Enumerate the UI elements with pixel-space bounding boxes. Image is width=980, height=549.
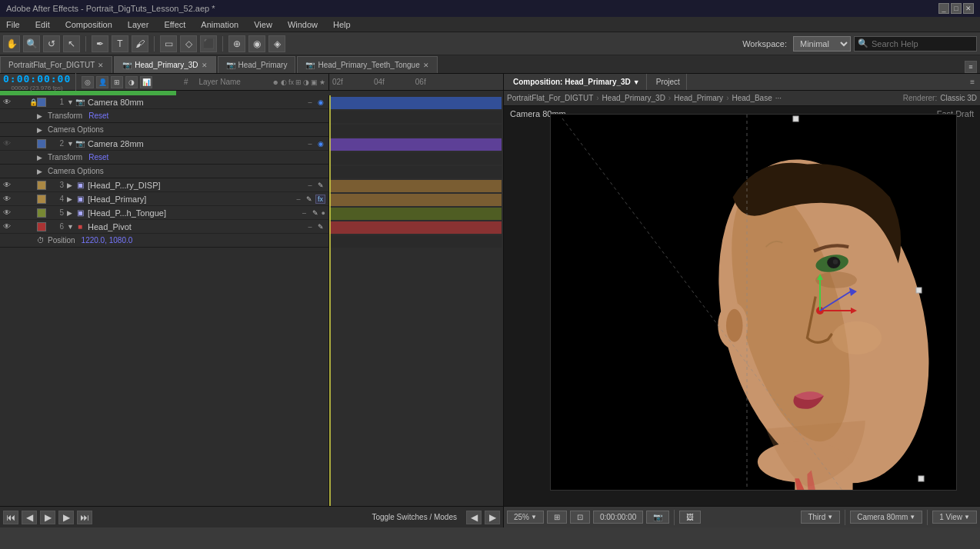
- pixel-aspect-button[interactable]: ⊡: [570, 511, 590, 524]
- bread-portraitflat[interactable]: PortraitFlat_For_DIGTUT: [507, 94, 593, 102]
- views-btn[interactable]: 1 View ▼: [932, 511, 977, 524]
- layer-6-eye[interactable]: 👁: [2, 221, 12, 232]
- tab-head-primary[interactable]: 📷 Head_Primary: [218, 56, 296, 73]
- layer-2-camera-expand[interactable]: ▶: [37, 168, 45, 175]
- show-snapshot-btn[interactable]: 🖼: [679, 511, 701, 524]
- tool-rotate[interactable]: ↺: [43, 35, 60, 52]
- end-button[interactable]: ⏭: [77, 511, 92, 524]
- layer-4-ctrl[interactable]: –: [294, 195, 303, 204]
- layer-2-transform-expand[interactable]: ▶: [37, 154, 45, 161]
- maximize-button[interactable]: □: [951, 3, 962, 14]
- tab-portraitflat[interactable]: PortraitFlat_For_DIGTUT ✕: [0, 56, 112, 73]
- layer-1-lock[interactable]: 🔒: [29, 98, 37, 106]
- timecode-viewer-btn[interactable]: 0:00:00:00: [593, 511, 643, 524]
- zoom-control[interactable]: 25% ▼: [507, 511, 544, 524]
- position-stopwatch-icon[interactable]: ⏱: [37, 236, 45, 245]
- bread-head-primary[interactable]: Head_Primary: [674, 94, 723, 102]
- nav-next-btn[interactable]: ▶: [485, 511, 500, 524]
- tab-teeth-tongue[interactable]: 📷 Head_Primary_Teeth_Tongue ✕: [297, 56, 437, 73]
- tool-paint[interactable]: ⬛: [200, 35, 217, 52]
- beginning-button[interactable]: ⏮: [3, 511, 18, 524]
- tool-pen[interactable]: ✒: [92, 35, 108, 52]
- tab-menu-button[interactable]: ≡: [965, 61, 977, 73]
- layer-1-transform-row[interactable]: ▶ Transform Reset: [0, 109, 328, 123]
- layer-1-transform-reset[interactable]: Reset: [88, 111, 108, 120]
- search-input[interactable]: [872, 39, 972, 48]
- layer-5-edit[interactable]: ✎: [311, 208, 320, 218]
- solo-button[interactable]: ◎: [82, 76, 94, 88]
- layer-3-expand[interactable]: ▶: [67, 181, 75, 189]
- snapshot-btn[interactable]: 📷: [646, 511, 669, 524]
- view-mode-btn[interactable]: Third ▼: [801, 511, 840, 524]
- layer-3-eye[interactable]: 👁: [2, 180, 12, 191]
- prev-frame-button[interactable]: ◀: [22, 511, 37, 524]
- nav-prev-btn[interactable]: ◀: [466, 511, 482, 524]
- layer-1-camera-options-row[interactable]: ▶ Camera Options: [0, 123, 328, 137]
- menu-effect[interactable]: Effect: [161, 18, 188, 31]
- layer-2-transform-reset[interactable]: Reset: [88, 153, 108, 161]
- menu-animation[interactable]: Animation: [198, 18, 242, 31]
- layer-2-transform-row[interactable]: ▶ Transform Reset: [0, 151, 328, 165]
- tool-zoom[interactable]: 🔍: [23, 35, 40, 52]
- menu-composition[interactable]: Composition: [62, 18, 115, 31]
- layer-4-eye[interactable]: 👁: [2, 194, 12, 205]
- layer-row-4[interactable]: 👁 4 ▶ ▣ [Head_Primary] – ✎ fx: [0, 192, 328, 206]
- window-controls[interactable]: _ □ ✕: [938, 3, 974, 14]
- menu-view[interactable]: View: [251, 18, 275, 31]
- tool-anchor[interactable]: ◈: [268, 35, 285, 52]
- layer-1-eye[interactable]: 👁: [2, 97, 12, 108]
- layer-1-ctrl-shy[interactable]: –: [305, 98, 315, 107]
- layer-1-camera-expand[interactable]: ▶: [37, 126, 45, 134]
- layer-row-1[interactable]: 👁 🔒 1 ▼ 📷 Camera 80mm – ◉: [0, 95, 328, 109]
- layer-4-edit[interactable]: ✎: [305, 195, 314, 204]
- layer-row-3[interactable]: 👁 3 ▶ ▣ [Head_P...ry_DISP] – ✎: [0, 178, 328, 192]
- tool-shape2[interactable]: ◇: [180, 35, 197, 52]
- toggle-switches-label[interactable]: Toggle Switches / Modes: [372, 513, 457, 521]
- layer-1-expand[interactable]: ▼: [67, 98, 75, 106]
- tab-head-primary-3d-close[interactable]: ✕: [202, 62, 208, 69]
- layer-2-camera-options-row[interactable]: ▶ Camera Options: [0, 165, 328, 178]
- comp-viewer[interactable]: Camera 80mm Fast Draft: [504, 106, 980, 506]
- tab-head-primary-3d[interactable]: 📷 Head_Primary_3D ✕: [114, 56, 215, 73]
- camera-viewer-btn[interactable]: Camera 80mm ▼: [850, 511, 922, 524]
- menu-file[interactable]: File: [3, 18, 23, 31]
- layer-row-2[interactable]: 👁 2 ▼ 📷 Camera 28mm – ◉: [0, 137, 328, 151]
- bread-more[interactable]: ···: [775, 94, 782, 102]
- tool-text[interactable]: T: [112, 35, 128, 52]
- next-frame-button[interactable]: ▶: [58, 511, 74, 524]
- comp-tab-composition[interactable]: Composition: Head_Primary_3D ▼: [507, 74, 647, 90]
- comp-menu-btn[interactable]: ≡: [968, 78, 977, 86]
- tool-brush[interactable]: 🖌: [132, 35, 148, 52]
- layer-6-position-value[interactable]: 1220.0, 1080.0: [82, 236, 133, 245]
- layer-5-eye[interactable]: 👁: [2, 208, 12, 218]
- close-button[interactable]: ✕: [963, 3, 974, 14]
- comp-dropdown-icon[interactable]: ▼: [633, 78, 640, 86]
- timecode-display[interactable]: 0:00:00:00: [3, 73, 71, 85]
- layer-2-expand[interactable]: ▼: [67, 140, 75, 148]
- layer-4-expand[interactable]: ▶: [67, 195, 75, 203]
- minimize-button[interactable]: _: [938, 3, 949, 14]
- tool-camera[interactable]: ◉: [248, 35, 265, 52]
- layer-3-edit[interactable]: ✎: [316, 181, 325, 190]
- tool-hand[interactable]: ✋: [3, 35, 20, 52]
- layer-row-5[interactable]: 👁 5 ▶ ▣ [Head_P...h_Tongue] – ✎ ●: [0, 206, 328, 220]
- fit-button[interactable]: ⊞: [547, 511, 567, 524]
- layer-row-6[interactable]: 👁 6 ▼ ■ Head_Pivot – ✎: [0, 220, 328, 234]
- layer-2-ctrl[interactable]: –: [305, 139, 315, 148]
- bread-head-base[interactable]: Head_Base: [732, 94, 772, 102]
- workspace-select[interactable]: Minimal Standard: [793, 36, 851, 52]
- bread-head-3d[interactable]: Head_Primary_3D: [602, 94, 665, 102]
- frame-blend-button[interactable]: ⊞: [111, 76, 123, 88]
- playhead[interactable]: [329, 95, 331, 506]
- menu-layer[interactable]: Layer: [125, 18, 152, 31]
- layer-6-ctrl[interactable]: –: [305, 222, 315, 231]
- layer-3-ctrl[interactable]: –: [305, 181, 315, 190]
- menu-window[interactable]: Window: [285, 18, 321, 31]
- tool-select[interactable]: ↖: [63, 35, 80, 52]
- renderer-value[interactable]: Classic 3D: [940, 94, 977, 102]
- layer-5-expand[interactable]: ▶: [67, 209, 75, 217]
- motion-blur-button[interactable]: ◑: [125, 76, 138, 88]
- play-button[interactable]: ▶: [40, 511, 55, 524]
- graph-editor-button[interactable]: 📊: [140, 76, 152, 88]
- timeline-area[interactable]: [329, 95, 503, 506]
